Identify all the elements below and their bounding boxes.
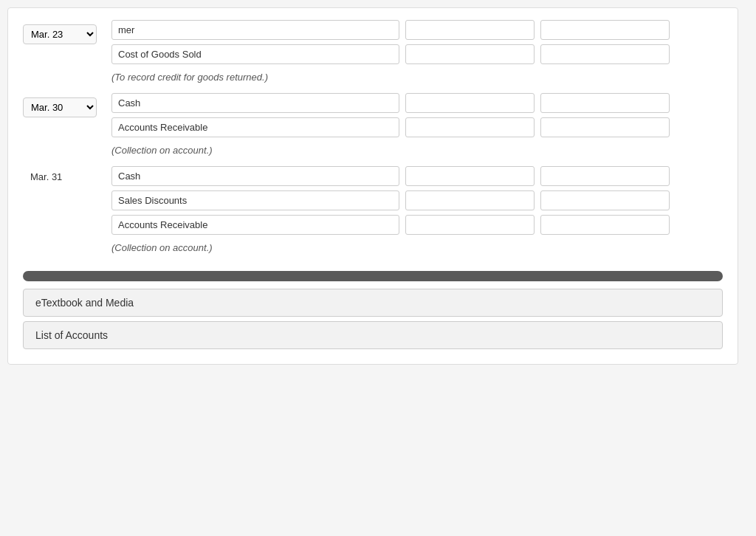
debit-input-3-1[interactable] <box>405 166 535 186</box>
line-1-2 <box>111 44 723 64</box>
line-1-1 <box>111 20 723 40</box>
date-cell-2: Mar. 30 <box>23 93 111 117</box>
date-cell-3: Mar. 31 <box>23 166 111 182</box>
date-cell-1: Mar. 23 <box>23 20 111 44</box>
debit-input-3-3[interactable] <box>405 215 535 235</box>
fields-2 <box>111 93 723 137</box>
date-select-1[interactable]: Mar. 23 <box>23 24 97 44</box>
debit-input-2-2[interactable] <box>405 117 535 137</box>
account-input-2-1[interactable] <box>111 93 399 113</box>
date-select-2[interactable]: Mar. 30 <box>23 97 97 117</box>
credit-input-1-2[interactable] <box>540 44 670 64</box>
journal-entry-2: Mar. 30 (Collection on account.) <box>23 93 723 163</box>
account-input-3-1[interactable] <box>111 166 399 186</box>
line-3-3 <box>111 215 723 235</box>
credit-input-2-2[interactable] <box>540 117 670 137</box>
main-container: Mar. 23 (To record credit for goods retu… <box>7 7 738 365</box>
account-input-3-3[interactable] <box>111 215 399 235</box>
etextbook-button[interactable]: eTextbook and Media <box>23 289 723 317</box>
description-2: (Collection on account.) <box>111 142 723 163</box>
credit-input-3-3[interactable] <box>540 215 670 235</box>
entry-2-row-1: Mar. 30 <box>23 93 723 137</box>
journal-entry-3: Mar. 31 (Collecti <box>23 166 723 261</box>
fields-3 <box>111 166 723 235</box>
debit-input-3-2[interactable] <box>405 190 535 210</box>
debit-input-1-1[interactable] <box>405 20 535 40</box>
account-input-1-2[interactable] <box>111 44 399 64</box>
entry-1-row-1: Mar. 23 <box>23 20 723 64</box>
account-input-1-1[interactable] <box>111 20 399 40</box>
debit-input-2-1[interactable] <box>405 93 535 113</box>
credit-input-3-2[interactable] <box>540 190 670 210</box>
line-2-2 <box>111 117 723 137</box>
entry-3-row-1: Mar. 31 <box>23 166 723 235</box>
line-3-1 <box>111 166 723 186</box>
debit-input-1-2[interactable] <box>405 44 535 64</box>
description-3: (Collection on account.) <box>111 239 723 261</box>
account-input-3-2[interactable] <box>111 190 399 210</box>
account-input-2-2[interactable] <box>111 117 399 137</box>
line-2-1 <box>111 93 723 113</box>
bottom-buttons: eTextbook and Media List of Accounts <box>23 289 723 349</box>
credit-input-1-1[interactable] <box>540 20 670 40</box>
journal-entry-1: Mar. 23 (To record credit for goods retu… <box>23 20 723 90</box>
scrollbar[interactable] <box>23 271 723 281</box>
list-of-accounts-button[interactable]: List of Accounts <box>23 321 723 349</box>
line-3-2 <box>111 190 723 210</box>
credit-input-3-1[interactable] <box>540 166 670 186</box>
fields-1 <box>111 20 723 64</box>
date-static-3: Mar. 31 <box>23 167 62 182</box>
description-1: (To record credit for goods returned.) <box>111 69 723 90</box>
credit-input-2-1[interactable] <box>540 93 670 113</box>
